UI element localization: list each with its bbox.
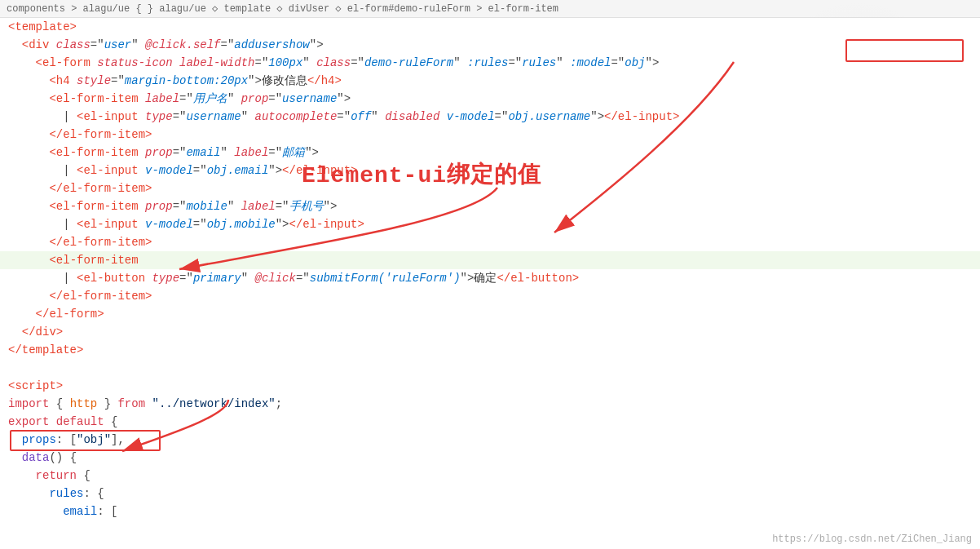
code-line: </div>: [0, 323, 980, 341]
line-content: | <el-button type="primary" @click="subm…: [0, 269, 980, 287]
line-content: email: [: [0, 503, 980, 520]
line-content: data() {: [0, 449, 980, 467]
watermark: https://blog.csdn.net/ZiChen_Jiang: [772, 534, 972, 545]
code-line: </el-form-item>: [0, 287, 980, 305]
line-content: </el-form-item>: [0, 126, 980, 144]
line-content: <el-form-item label="用户名" prop="username…: [0, 90, 980, 108]
line-content: <el-form status-icon label-width="100px"…: [0, 54, 980, 72]
code-line: </el-form-item>: [0, 233, 980, 251]
code-line: <el-form-item: [0, 251, 980, 269]
code-line: <el-form-item label="用户名" prop="username…: [0, 90, 980, 108]
annotation-label: Element-ui绑定的值: [302, 159, 541, 190]
line-content: rules: {: [0, 485, 980, 503]
line-content: </div>: [0, 323, 980, 341]
line-content: <script>: [0, 377, 980, 395]
line-content: import { http } from "../network/index";: [0, 395, 980, 413]
line-content: </el-form-item>: [0, 287, 980, 305]
code-line: </template>: [0, 341, 980, 359]
editor-container: components > alagu/ue { } alagu/ue ◇ tem…: [0, 0, 980, 549]
code-line: <el-form-item prop="mobile" label="手机号">: [0, 197, 980, 215]
line-content: | <el-input v-model="obj.mobile"></el-in…: [0, 215, 980, 233]
line-content: | <el-input type="username" autocomplete…: [0, 108, 980, 126]
code-line: | <el-input v-model="obj.mobile"></el-in…: [0, 215, 980, 233]
code-line: <div class="user" @click.self="addusersh…: [0, 36, 980, 54]
line-content: <div class="user" @click.self="addusersh…: [0, 36, 980, 54]
code-line: data() {: [0, 449, 980, 467]
line-content: props: ["obj"],: [0, 431, 980, 449]
line-content: return {: [0, 467, 980, 485]
line-content: <h4 style="margin-bottom:20px">修改信息</h4>: [0, 72, 980, 90]
line-content: </el-form-item>: [0, 233, 980, 251]
code-line: rules: {: [0, 485, 980, 503]
code-line: export default {: [0, 413, 980, 431]
code-line: props: ["obj"],: [0, 431, 980, 449]
code-area: <template> <div class="user" @click.self…: [0, 18, 980, 549]
code-line: <script>: [0, 377, 980, 395]
line-content: </template>: [0, 341, 980, 359]
line-content: <template>: [0, 18, 980, 36]
line-content: </el-form>: [0, 305, 980, 323]
code-line: </el-form>: [0, 305, 980, 323]
line-content: export default {: [0, 413, 980, 431]
line-content: <el-form-item: [0, 251, 980, 269]
code-line: [0, 359, 980, 377]
code-line: </el-form-item>: [0, 126, 980, 144]
code-line: return {: [0, 467, 980, 485]
code-line: | <el-button type="primary" @click="subm…: [0, 269, 980, 287]
code-line: import { http } from "../network/index";: [0, 395, 980, 413]
line-content: [0, 359, 980, 377]
code-line: | <el-input type="username" autocomplete…: [0, 108, 980, 126]
line-content: <el-form-item prop="mobile" label="手机号">: [0, 197, 980, 215]
code-line: <h4 style="margin-bottom:20px">修改信息</h4>: [0, 72, 980, 90]
code-line: email: [: [0, 503, 980, 520]
code-line: <template>: [0, 18, 980, 36]
breadcrumb-text: components > alagu/ue { } alagu/ue ◇ tem…: [7, 2, 558, 15]
code-line: <el-form status-icon label-width="100px"…: [0, 54, 980, 72]
